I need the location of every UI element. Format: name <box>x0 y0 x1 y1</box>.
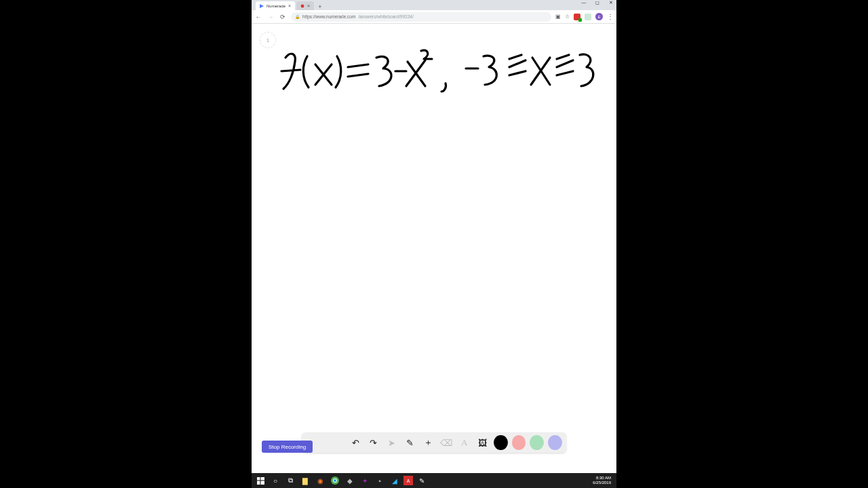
window-controls: — ◻ ✕ <box>580 0 615 5</box>
firefox-icon[interactable]: ◉ <box>314 474 326 487</box>
task-view-icon[interactable]: ⧉ <box>284 474 296 487</box>
acrobat-icon[interactable]: A <box>403 476 413 485</box>
svg-rect-4 <box>257 481 260 485</box>
start-button[interactable] <box>254 474 267 487</box>
svg-marker-0 <box>260 4 264 8</box>
handwriting-stroke <box>252 24 616 471</box>
svg-rect-3 <box>260 477 264 480</box>
pointer-tool[interactable]: ➤ <box>384 435 399 450</box>
text-tool[interactable]: A <box>457 435 471 450</box>
image-tool[interactable]: 🖼 <box>475 435 490 450</box>
app-icon-3[interactable]: ✎ <box>416 474 428 487</box>
browser-menu-icon[interactable]: ⋮ <box>607 13 614 20</box>
stop-recording-button[interactable]: Stop Recording <box>262 441 313 453</box>
browser-toolbar: ← → ⟳ 🔒 https://www.numerade.com/answers… <box>252 10 616 24</box>
color-swatch-blue[interactable] <box>548 435 562 450</box>
color-swatch-green[interactable] <box>530 435 544 450</box>
reload-button[interactable]: ⟳ <box>279 13 287 21</box>
browser-tabs: Numerade × × + <box>252 0 324 10</box>
record-favicon-icon <box>300 4 304 8</box>
tab-title: Numerade <box>267 4 285 8</box>
undo-button[interactable]: ↶ <box>349 435 363 450</box>
add-tool[interactable]: ＋ <box>421 435 435 450</box>
media-icon[interactable]: ▣ <box>555 14 561 20</box>
terminal-icon[interactable]: ▪ <box>374 474 386 487</box>
url-path: /answers/whiteboard/99334/ <box>358 14 413 19</box>
chrome-icon[interactable] <box>329 474 341 487</box>
tab-recording[interactable]: × <box>296 1 314 10</box>
toolbar-right: ▣ ☆ E ⋮ <box>555 13 614 20</box>
svg-point-8 <box>334 479 336 482</box>
back-button[interactable]: ← <box>254 13 262 21</box>
close-button[interactable]: ✕ <box>607 0 615 5</box>
desktop-window: Numerade × × + — ◻ ✕ ← → ⟳ 🔒 https://www… <box>252 0 616 488</box>
new-tab-button[interactable]: + <box>315 3 324 10</box>
vscode-icon[interactable]: ◢ <box>389 474 401 487</box>
file-explorer-icon[interactable]: ▇ <box>299 474 311 487</box>
tab-close-icon[interactable]: × <box>288 3 291 8</box>
numerade-favicon-icon <box>260 4 264 8</box>
whiteboard-toolbar: ↶ ↷ ➤ ✎ ＋ ⌫ A 🖼 <box>302 432 566 453</box>
minimize-button[interactable]: — <box>580 0 588 5</box>
pen-tool[interactable]: ✎ <box>403 435 417 450</box>
bookmark-icon[interactable]: ☆ <box>565 14 570 20</box>
svg-rect-5 <box>260 481 264 485</box>
system-clock[interactable]: 8:30 AM 6/25/2019 <box>593 476 614 485</box>
tab-close-icon[interactable]: × <box>307 3 310 8</box>
windows-taskbar: ○ ⧉ ▇ ◉ ◆ ✦ ▪ ◢ A ✎ 8:30 AM 6/25/2019 <box>252 473 616 488</box>
color-swatch-black[interactable] <box>494 435 508 450</box>
tab-numerade[interactable]: Numerade × <box>256 1 295 10</box>
lock-icon: 🔒 <box>295 14 300 19</box>
maximize-button[interactable]: ◻ <box>593 0 601 5</box>
forward-button[interactable]: → <box>267 13 275 21</box>
browser-titlebar: Numerade × × + — ◻ ✕ <box>252 0 616 10</box>
app-icon-2[interactable]: ✦ <box>359 474 371 487</box>
extension-icon[interactable] <box>574 14 580 20</box>
profile-avatar[interactable]: E <box>595 13 603 20</box>
address-bar[interactable]: 🔒 https://www.numerade.com/answers/white… <box>291 12 551 22</box>
cortana-icon[interactable]: ○ <box>269 474 281 487</box>
svg-point-1 <box>301 4 304 7</box>
url-host: https://www.numerade.com <box>302 14 355 19</box>
redo-button[interactable]: ↷ <box>366 435 380 450</box>
eraser-tool[interactable]: ⌫ <box>439 435 454 450</box>
extension-icon-2[interactable] <box>585 14 591 20</box>
app-icon-1[interactable]: ◆ <box>344 474 356 487</box>
color-swatch-red[interactable] <box>512 435 526 450</box>
whiteboard-area[interactable]: 1 <box>252 24 616 473</box>
svg-rect-2 <box>257 477 260 480</box>
